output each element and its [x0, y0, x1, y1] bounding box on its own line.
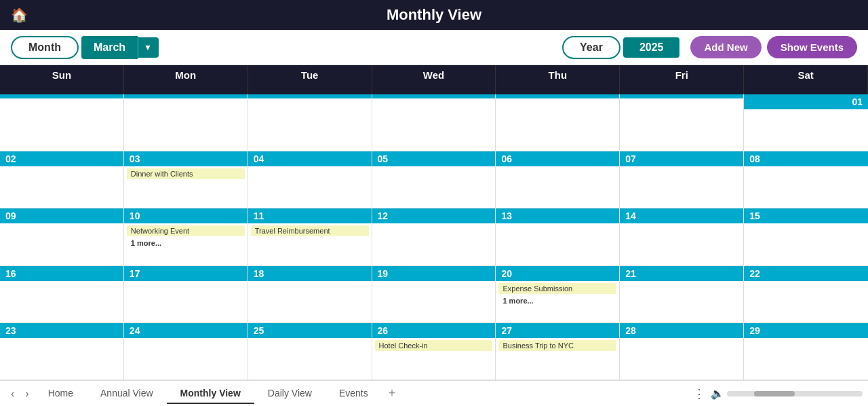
year-label: Year	[562, 36, 620, 59]
day-number: 14	[620, 208, 743, 223]
day-header-sun: Sun	[0, 65, 124, 94]
day-number: 07	[620, 151, 743, 166]
day-cell[interactable]: 02	[0, 151, 124, 208]
day-cell[interactable]	[496, 94, 620, 151]
day-cell[interactable]	[620, 94, 744, 151]
scrollbar-track[interactable]	[727, 391, 863, 396]
day-cell[interactable]: 29	[744, 323, 868, 380]
day-header-mon: Mon	[124, 65, 248, 94]
show-events-button[interactable]: Show Events	[767, 36, 857, 58]
day-cell[interactable]: 06	[496, 151, 620, 208]
day-number: 25	[248, 323, 372, 338]
day-cell[interactable]: 18	[248, 266, 372, 323]
scrollbar-thumb	[754, 391, 795, 396]
day-cell[interactable]: 11Travel Reimbursement	[248, 208, 372, 265]
day-cell[interactable]: 15	[744, 208, 868, 265]
tab-home[interactable]: Home	[35, 384, 87, 404]
tab-bar: ‹ › HomeAnnual ViewMonthly ViewDaily Vie…	[0, 380, 868, 406]
day-cell[interactable]: 04	[248, 151, 372, 208]
event-chip[interactable]: Expense Submission	[498, 283, 616, 294]
day-cell[interactable]: 27Business Trip to NYC	[496, 323, 620, 380]
day-header-sat: Sat	[744, 65, 868, 94]
day-cell[interactable]	[372, 94, 496, 151]
day-cell[interactable]	[248, 94, 372, 151]
day-number: 01	[744, 94, 868, 109]
day-number: 03	[124, 151, 248, 166]
month-label: Month	[11, 36, 79, 59]
event-chip[interactable]: Dinner with Clients	[127, 168, 245, 179]
tab-add-button[interactable]: +	[382, 384, 403, 403]
day-cell[interactable]: 12	[372, 208, 496, 265]
tab-events[interactable]: Events	[326, 384, 382, 404]
event-chip[interactable]: Travel Reimbursement	[251, 225, 369, 236]
day-number: 05	[372, 151, 496, 166]
toolbar: Month March ▼ Year 2025 Add New Show Eve…	[0, 30, 868, 65]
day-cell[interactable]: 17	[124, 266, 248, 323]
tab-prev-button[interactable]: ‹	[5, 385, 20, 403]
day-number: 29	[744, 323, 868, 338]
day-cell[interactable]: 23	[0, 323, 124, 380]
day-number: 26	[372, 323, 496, 338]
event-more[interactable]: 1 more...	[127, 238, 245, 248]
day-cell[interactable]: 16	[0, 266, 124, 323]
year-value: 2025	[623, 37, 680, 58]
day-cell[interactable]: 10Networking Event1 more...	[124, 208, 248, 265]
home-icon[interactable]: 🏠	[11, 7, 28, 23]
day-cell[interactable]: 26Hotel Check-in	[372, 323, 496, 380]
tab-daily-view[interactable]: Daily View	[254, 384, 326, 404]
day-number: 15	[744, 208, 868, 223]
day-cell[interactable]: 14	[620, 208, 744, 265]
day-cell[interactable]: 05	[372, 151, 496, 208]
day-cell[interactable]: 13	[496, 208, 620, 265]
tab-next-button[interactable]: ›	[20, 385, 34, 403]
day-number	[620, 94, 743, 98]
event-more[interactable]: 1 more...	[498, 295, 616, 306]
day-cell[interactable]	[124, 94, 248, 151]
day-number: 27	[496, 323, 619, 338]
day-number: 23	[0, 323, 123, 338]
day-cell[interactable]	[0, 94, 124, 151]
day-header-tue: Tue	[248, 65, 372, 94]
day-number: 09	[0, 208, 123, 223]
event-chip[interactable]: Hotel Check-in	[375, 340, 493, 351]
day-cell[interactable]: 01	[744, 94, 868, 151]
day-cell[interactable]: 25	[248, 323, 372, 380]
event-chip[interactable]: Business Trip to NYC	[498, 340, 616, 351]
month-dropdown-button[interactable]: ▼	[138, 37, 159, 58]
day-number: 02	[0, 151, 123, 166]
speaker-icon: 🔈	[711, 387, 724, 400]
day-number: 28	[620, 323, 743, 338]
day-number: 22	[744, 266, 868, 281]
day-cell[interactable]: 08	[744, 151, 868, 208]
tab-monthly-view[interactable]: Monthly View	[167, 384, 254, 404]
event-chip[interactable]: Networking Event	[127, 225, 245, 236]
day-number: 18	[248, 266, 372, 281]
day-number: 12	[372, 208, 496, 223]
day-cell[interactable]: 03Dinner with Clients	[124, 151, 248, 208]
day-header-wed: Wed	[372, 65, 496, 94]
day-cell[interactable]: 09	[0, 208, 124, 265]
day-number: 24	[124, 323, 248, 338]
day-number: 06	[496, 151, 619, 166]
day-number	[372, 94, 496, 98]
day-number: 04	[248, 151, 372, 166]
day-header-fri: Fri	[620, 65, 744, 94]
day-cell[interactable]: 07	[620, 151, 744, 208]
day-cell[interactable]: 28	[620, 323, 744, 380]
add-new-button[interactable]: Add New	[690, 36, 761, 58]
day-number	[0, 94, 123, 98]
day-cell[interactable]: 21	[620, 266, 744, 323]
day-cell[interactable]: 24	[124, 323, 248, 380]
month-selector-button[interactable]: March	[81, 36, 138, 59]
day-header-thu: Thu	[496, 65, 620, 94]
day-number: 11	[248, 208, 372, 223]
day-number: 10	[124, 208, 248, 223]
scrollbar-area: 🔈	[711, 387, 863, 400]
calendar-grid: SunMonTueWedThuFriSat010203Dinner with C…	[0, 65, 868, 380]
day-number: 19	[372, 266, 496, 281]
day-cell[interactable]: 22	[744, 266, 868, 323]
tab-annual-view[interactable]: Annual View	[87, 384, 167, 404]
day-cell[interactable]: 19	[372, 266, 496, 323]
tab-menu-button[interactable]: ⋮	[688, 384, 711, 404]
day-cell[interactable]: 20Expense Submission1 more...	[496, 266, 620, 323]
